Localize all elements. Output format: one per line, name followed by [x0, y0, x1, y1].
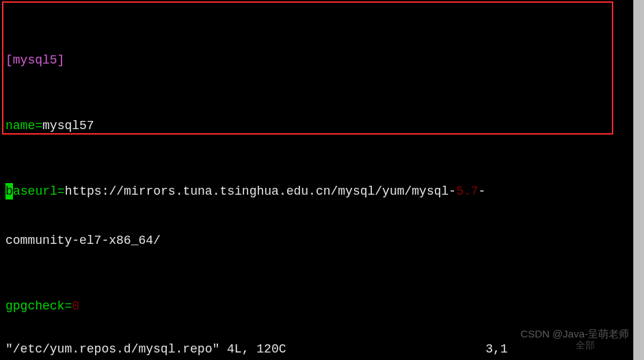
repo-gpgcheck-line: gpgcheck=0 — [5, 298, 630, 314]
vertical-scrollbar[interactable] — [633, 0, 644, 360]
repo-baseurl-line-2: community-el7-x86_64/ — [5, 232, 630, 249]
equals-sign: = — [35, 119, 42, 133]
repo-baseurl-part1: https://mirrors.tuna.tsinghua.edu.cn/mys… — [65, 184, 457, 198]
terminal-window: [mysql5] name=mysql57 baseurl=https://mi… — [0, 0, 644, 360]
repo-baseurl-dash: - — [479, 184, 486, 198]
repo-baseurl-key: aseurl — [13, 184, 57, 198]
repo-name-key: name — [5, 119, 35, 133]
repo-section: [mysql5] — [5, 53, 64, 67]
repo-section-line: [mysql5] — [5, 52, 630, 68]
repo-baseurl-part2: community-el7-x86_64/ — [5, 234, 161, 247]
status-position: 3,1 — [485, 342, 507, 356]
repo-baseurl-version: 5.7 — [456, 184, 478, 198]
editor-content[interactable]: [mysql5] name=mysql57 baseurl=https://mi… — [5, 3, 630, 360]
repo-gpgcheck-key: gpgcheck — [5, 299, 64, 313]
equals-sign: = — [64, 299, 72, 313]
cursor: b — [5, 183, 13, 199]
status-filename: "/etc/yum.repos.d/mysql.repo" — [5, 342, 219, 356]
repo-baseurl-line-1: baseurl=https://mirrors.tuna.tsinghua.ed… — [5, 183, 630, 199]
repo-gpgcheck-value: 0 — [72, 299, 79, 313]
status-info: 4L, 120C — [219, 342, 286, 356]
vim-status-line: "/etc/yum.repos.d/mysql.repo" 4L, 120C 3… — [5, 341, 630, 357]
status-spacer — [286, 342, 485, 356]
equals-sign: = — [57, 184, 65, 198]
repo-name-line: name=mysql57 — [5, 117, 630, 134]
repo-name-value: mysql57 — [42, 119, 94, 133]
